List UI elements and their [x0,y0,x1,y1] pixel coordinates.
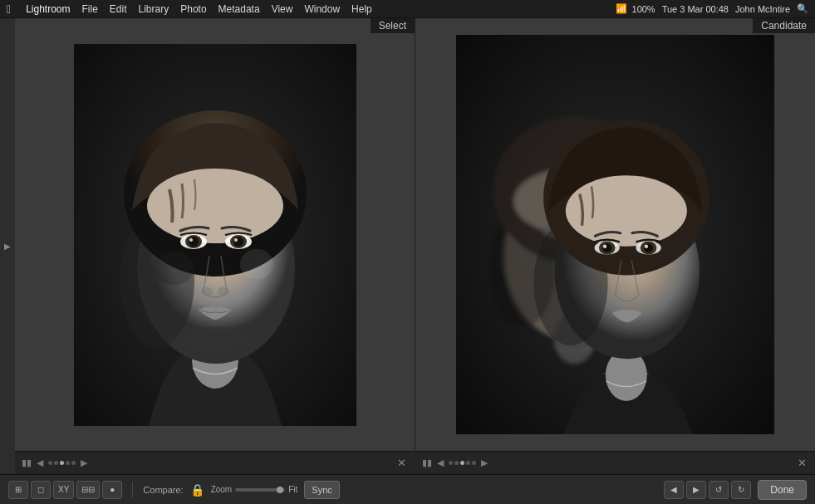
menu-bar:  Lightroom File Edit Library Photo Meta… [0,0,815,18]
main-area: ▶ Select [0,18,815,504]
zoom-label: Zoom [211,485,233,494]
left-arrow-next[interactable]: ▶ [81,458,87,468]
right-filmstrip-dot-5 [472,461,476,465]
xy-compare-button[interactable]: XY [53,481,74,499]
info-button[interactable]: ● [102,481,122,499]
left-close-button[interactable]: ✕ [395,457,408,470]
apple-menu[interactable]:  [7,2,11,16]
menu-help[interactable]: Help [351,3,372,15]
wifi-icon: 📶 [616,3,627,14]
zoom-slider[interactable] [235,488,285,492]
zoom-controls: Zoom Fit [211,485,298,494]
left-arrow-prev[interactable]: ◀ [37,458,43,468]
select-label: Select [371,18,415,33]
search-icon[interactable]: 🔍 [797,3,808,14]
done-button[interactable]: Done [758,480,807,500]
grid-view-button[interactable]: ⊞ [8,481,28,499]
left-grid-icon[interactable]: ▮▮ [22,458,32,468]
menu-metadata[interactable]: Metadata [218,3,260,15]
left-side-strip: ▶ [0,18,15,474]
svg-point-17 [218,287,229,296]
menu-library[interactable]: Library [139,3,169,15]
menu-edit[interactable]: Edit [110,3,127,15]
right-filmstrip-dot-4 [466,461,470,465]
right-arrow-prev[interactable]: ◀ [437,458,444,468]
app-name: Lightroom [26,3,70,15]
left-portrait-svg [74,44,356,426]
svg-point-10 [189,237,199,247]
svg-point-16 [201,287,213,296]
right-close-button[interactable]: ✕ [795,457,808,470]
left-filmstrip-bar: ▮▮ ◀ ▶ ✕ [15,451,415,474]
menu-right-area: 📶 100% Tue 3 Mar 00:48 John McIntire 🔍 [616,3,808,14]
prev-photo-button[interactable]: ◀ [664,481,684,499]
right-nav-icons: ◀ ▶ ↺ ↻ [664,481,751,499]
right-arrow-next[interactable]: ▶ [481,458,488,468]
left-filmstrip-dots [48,461,76,465]
username: John McIntire [735,4,790,14]
right-filmstrip-dots [449,461,476,465]
svg-point-43 [645,245,648,248]
svg-point-14 [233,237,243,247]
compare-area: ▶ Select [0,18,815,474]
lock-icon[interactable]: 🔒 [190,483,204,497]
right-filmstrip-dot-2 [454,461,459,465]
filmstrip-button[interactable]: ⊟⊟ [76,481,100,499]
filmstrip-dot-4 [66,461,70,465]
separator-1 [132,482,133,498]
bottom-toolbar: ⊞ ◻ XY ⊟⊟ ● Compare: 🔒 Zoom Fit Sync ◀ ▶… [0,474,815,504]
rotate-right-button[interactable]: ↻ [731,481,751,499]
next-photo-button[interactable]: ▶ [686,481,706,499]
menu-photo[interactable]: Photo [180,3,206,15]
svg-point-20 [182,326,248,351]
menu-file[interactable]: File [82,3,98,15]
sync-button[interactable]: Sync [304,481,339,499]
right-portrait-area [415,18,815,451]
status-icons: 📶 100% [616,3,655,14]
left-arrow-icon[interactable]: ▶ [4,242,11,251]
battery-text: 100% [632,4,655,14]
loupe-view-button[interactable]: ◻ [31,481,51,499]
datetime: Tue 3 Mar 00:48 [662,4,729,14]
candidate-label: Candidate [753,18,815,33]
svg-point-19 [240,249,273,279]
right-grid-icon[interactable]: ▮▮ [422,458,432,468]
svg-point-18 [153,252,194,285]
right-portrait-svg [432,35,798,434]
rotate-left-button[interactable]: ↺ [709,481,729,499]
svg-point-39 [603,245,606,248]
right-image-panel: Candidate [415,18,815,474]
zoom-thumb [277,487,283,493]
right-filmstrip-dot-1 [449,461,453,465]
svg-point-11 [189,238,193,242]
right-filmstrip-dot-3 [460,461,464,465]
svg-point-15 [234,238,238,242]
menu-view[interactable]: View [272,3,293,15]
right-image-container[interactable] [415,18,815,451]
zoom-fit-label: Fit [288,485,297,494]
filmstrip-dot-3 [60,461,64,465]
svg-point-7 [147,169,283,243]
filmstrip-dot-2 [54,461,58,465]
right-filmstrip-bar: ▮▮ ◀ ▶ ✕ [415,451,815,474]
left-image-container[interactable] [15,18,415,451]
compare-label: Compare: [143,485,183,495]
filmstrip-dot-5 [71,461,76,465]
filmstrip-dot-1 [48,461,52,465]
menu-window[interactable]: Window [304,3,340,15]
left-image-panel: Select [15,18,415,474]
left-tool-icons: ⊞ ◻ XY ⊟⊟ ● [8,481,122,499]
